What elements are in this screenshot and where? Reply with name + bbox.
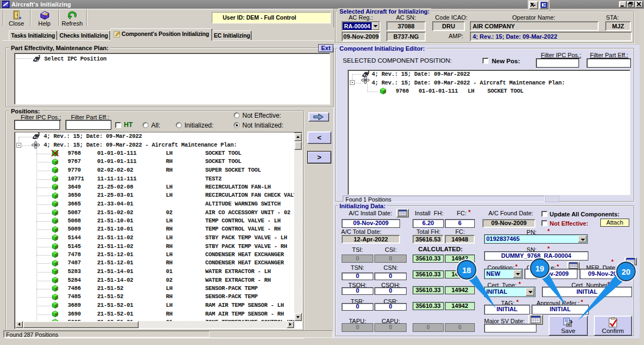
svg-text:20: 20 xyxy=(622,268,630,276)
